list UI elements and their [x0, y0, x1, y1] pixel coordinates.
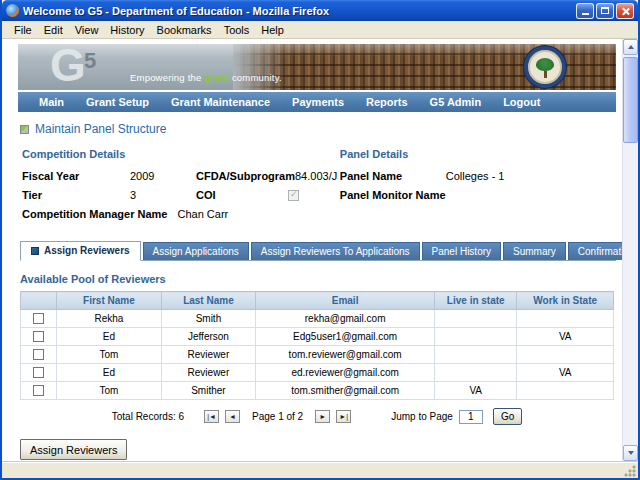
go-button[interactable]: Go — [493, 408, 522, 425]
previous-page-button[interactable]: ◄ — [225, 410, 240, 423]
table-row: Tom Reviewer tom.reviewer@gmail.com — [21, 346, 614, 364]
menu-tools[interactable]: Tools — [218, 23, 256, 37]
column-header-live-in-state: Live in state — [435, 292, 517, 310]
column-header-email: Email — [256, 292, 435, 310]
arrow-up-icon — [628, 45, 634, 49]
panel-name-value: Colleges - 1 — [446, 170, 505, 182]
tab-panel-history[interactable]: Panel History — [422, 242, 501, 260]
pool-heading: Available Pool of Reviewers — [20, 273, 616, 285]
column-header-last-name: Last Name — [161, 292, 255, 310]
menu-file[interactable]: File — [8, 23, 38, 37]
table-header-row: First Name Last Name Email Live in state… — [21, 292, 614, 310]
page-title: Maintain Panel Structure — [35, 122, 166, 136]
cell-last-name: Reviewer — [161, 364, 255, 382]
page-indicator: Page 1 of 2 — [252, 411, 303, 422]
cell-last-name: Smith — [161, 310, 255, 328]
table-row: Tom Smither tom.smither@gmail.com VA — [21, 382, 614, 400]
cell-email: rekha@gmail.com — [256, 310, 435, 328]
column-header-select — [21, 292, 57, 310]
tier-value: 3 — [130, 189, 196, 201]
row-checkbox[interactable] — [33, 313, 44, 324]
tab-summary[interactable]: Summary — [503, 242, 566, 260]
table-row: Rekha Smith rekha@gmail.com — [21, 310, 614, 328]
row-checkbox[interactable] — [33, 349, 44, 360]
page-title-row: Maintain Panel Structure — [20, 122, 616, 136]
menu-bookmarks[interactable]: Bookmarks — [151, 23, 218, 37]
cell-first-name: Tom — [57, 346, 162, 364]
close-button[interactable] — [616, 3, 634, 19]
tab-assign-applications[interactable]: Assign Applications — [143, 242, 249, 260]
minimize-button[interactable] — [576, 3, 594, 19]
row-checkbox[interactable] — [33, 385, 44, 396]
window-controls — [576, 3, 634, 19]
cell-first-name: Ed — [57, 328, 162, 346]
vertical-scrollbar[interactable] — [622, 39, 638, 461]
cell-first-name: Rekha — [57, 310, 162, 328]
cell-work-in-state — [517, 382, 614, 400]
menu-bar: File Edit View History Bookmarks Tools H… — [2, 21, 638, 39]
row-checkbox[interactable] — [33, 331, 44, 342]
scrollbar-thumb[interactable] — [623, 57, 638, 143]
cell-live-in-state — [435, 364, 517, 382]
nav-item-logout[interactable]: Logout — [492, 96, 551, 108]
cell-email: Edg5user1@gmail.com — [256, 328, 435, 346]
g5-logo: G — [50, 44, 86, 90]
browser-window: Welcome to G5 - Department of Education … — [0, 0, 640, 480]
panel-monitor-label: Panel Monitor Name — [340, 189, 446, 201]
table-row: Ed Jefferson Edg5user1@gmail.com VA — [21, 328, 614, 346]
cell-work-in-state: VA — [517, 328, 614, 346]
cell-live-in-state: VA — [435, 382, 517, 400]
row-select-cell — [21, 310, 57, 328]
jump-to-page-input[interactable] — [459, 410, 483, 424]
scrollbar-track[interactable] — [623, 55, 638, 445]
maximize-button[interactable] — [596, 3, 614, 19]
scroll-up-button[interactable] — [623, 39, 638, 55]
menu-help[interactable]: Help — [255, 23, 290, 37]
arrow-down-icon — [628, 451, 634, 455]
cell-work-in-state: VA — [517, 364, 614, 382]
tab-confirmation[interactable]: Confirmation — [568, 242, 622, 260]
tagline-prefix: Empowering the — [130, 72, 201, 83]
tier-label: Tier — [22, 189, 130, 201]
panel-details-heading: Panel Details — [340, 148, 616, 160]
row-checkbox[interactable] — [33, 367, 44, 378]
tab-assign-reviewers-to-applications[interactable]: Assign Reviewers To Applications — [251, 242, 420, 260]
row-select-cell — [21, 382, 57, 400]
cell-email: tom.smither@gmail.com — [256, 382, 435, 400]
menu-view[interactable]: View — [69, 23, 105, 37]
nav-item-reports[interactable]: Reports — [355, 96, 419, 108]
reviewers-table: First Name Last Name Email Live in state… — [20, 291, 614, 400]
row-select-cell — [21, 346, 57, 364]
fiscal-year-label: Fiscal Year — [22, 170, 130, 182]
tab-assign-reviewers[interactable]: Assign Reviewers — [20, 241, 141, 261]
page-content: G 5 Empowering the grant community. Main… — [2, 39, 622, 461]
fiscal-year-value: 2009 — [130, 170, 196, 182]
browser-viewport: G 5 Empowering the grant community. Main… — [2, 39, 638, 461]
last-page-button[interactable]: ►| — [336, 410, 351, 423]
menu-history[interactable]: History — [104, 23, 150, 37]
next-page-button[interactable]: ► — [315, 410, 330, 423]
menu-edit[interactable]: Edit — [38, 23, 69, 37]
assign-reviewers-button[interactable]: Assign Reviewers — [20, 439, 127, 460]
minimize-icon — [582, 13, 589, 15]
competition-manager-value: Chan Carr — [177, 208, 228, 220]
tab-assign-reviewers-label: Assign Reviewers — [44, 245, 130, 256]
nav-item-g5-admin[interactable]: G5 Admin — [419, 96, 493, 108]
panel-name-label: Panel Name — [340, 170, 440, 182]
maximize-icon — [601, 7, 609, 14]
cell-last-name: Jefferson — [161, 328, 255, 346]
resize-grip[interactable] — [624, 463, 638, 477]
cell-last-name: Smither — [161, 382, 255, 400]
banner-tagline: Empowering the grant community. — [130, 72, 282, 83]
tagline-grant: grant — [204, 72, 229, 83]
first-page-button[interactable]: |◄ — [204, 410, 219, 423]
cell-first-name: Ed — [57, 364, 162, 382]
cell-work-in-state — [517, 310, 614, 328]
nav-item-grant-setup[interactable]: Grant Setup — [75, 96, 160, 108]
scroll-down-button[interactable] — [623, 445, 638, 461]
nav-item-grant-maintenance[interactable]: Grant Maintenance — [160, 96, 281, 108]
nav-item-payments[interactable]: Payments — [281, 96, 355, 108]
coi-label: COI — [196, 189, 288, 201]
main-navigation: Main Grant Setup Grant Maintenance Payme… — [18, 92, 616, 112]
nav-item-main[interactable]: Main — [28, 96, 75, 108]
